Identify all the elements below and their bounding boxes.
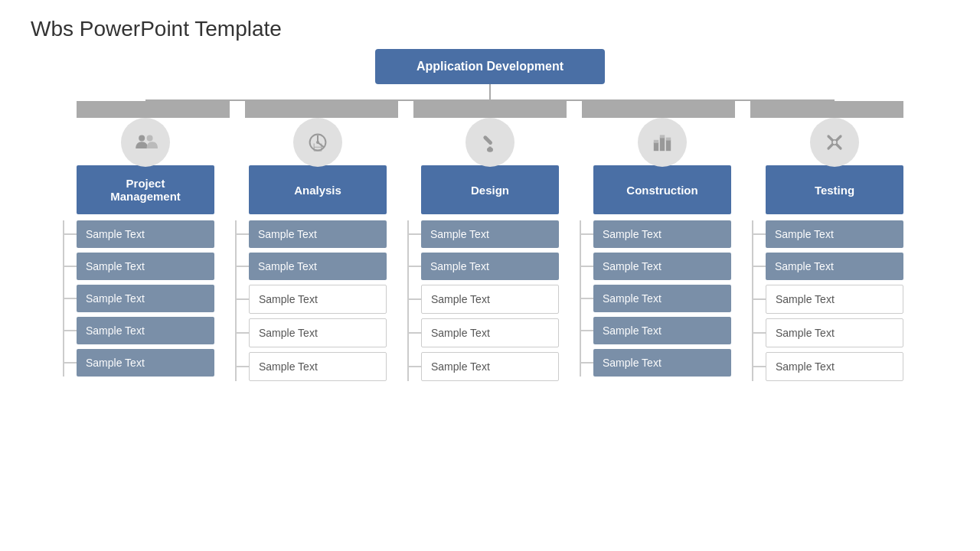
list-item: Sample Text <box>421 253 559 280</box>
root-line-down <box>489 84 491 99</box>
items-list-construction: Sample TextSample TextSample TextSample … <box>593 220 731 377</box>
list-item: Sample Text <box>593 317 731 344</box>
list-item: Sample Text <box>421 285 559 314</box>
list-item: Sample Text <box>766 352 903 381</box>
list-item: Sample Text <box>593 253 731 280</box>
page-title: Wbs PowerPoint Template <box>0 0 980 49</box>
list-item: Sample Text <box>593 285 731 312</box>
list-item: Sample Text <box>77 317 214 344</box>
icon-brush <box>466 118 514 167</box>
col-header-design: Design <box>421 165 559 214</box>
column-project-management: Project ManagementSample TextSample Text… <box>69 118 222 381</box>
column-design: DesignSample TextSample TextSample TextS… <box>413 118 567 381</box>
list-item: Sample Text <box>77 349 214 377</box>
items-list-project-management: Sample TextSample TextSample TextSample … <box>77 220 214 377</box>
column-construction: ConstructionSample TextSample TextSample… <box>586 118 739 381</box>
list-item: Sample Text <box>77 285 214 312</box>
svg-rect-16 <box>654 140 658 143</box>
root-node: Application Development <box>375 49 605 84</box>
list-item: Sample Text <box>249 220 387 248</box>
items-list-design: Sample TextSample TextSample TextSample … <box>421 220 559 381</box>
tick-2 <box>245 101 398 118</box>
column-testing: TestingSample TextSample TextSample Text… <box>758 118 911 381</box>
svg-point-5 <box>316 141 319 144</box>
svg-rect-15 <box>666 140 671 151</box>
icon-building <box>638 118 687 167</box>
svg-rect-10 <box>482 135 493 145</box>
icon-chart <box>293 118 342 167</box>
col-header-project-management: Project Management <box>77 165 214 214</box>
list-item: Sample Text <box>766 253 903 280</box>
svg-rect-12 <box>488 147 491 150</box>
tick-4 <box>582 101 735 118</box>
list-item: Sample Text <box>766 285 903 314</box>
col-header-testing: Testing <box>766 165 903 214</box>
svg-rect-13 <box>654 142 658 151</box>
svg-rect-17 <box>660 135 665 138</box>
tick-3 <box>413 101 567 118</box>
list-item: Sample Text <box>249 253 387 280</box>
list-item: Sample Text <box>421 318 559 347</box>
list-item: Sample Text <box>593 220 731 248</box>
column-analysis: AnalysisSample TextSample TextSample Tex… <box>241 118 394 381</box>
list-item: Sample Text <box>421 352 559 381</box>
list-item: Sample Text <box>77 253 214 280</box>
icon-people <box>121 118 170 167</box>
list-item: Sample Text <box>249 352 387 381</box>
list-item: Sample Text <box>593 349 731 377</box>
list-item: Sample Text <box>766 220 903 248</box>
col-header-analysis: Analysis <box>249 165 387 214</box>
list-item: Sample Text <box>249 285 387 314</box>
icon-tools <box>810 118 859 167</box>
list-item: Sample Text <box>77 220 214 248</box>
svg-point-21 <box>832 140 837 145</box>
svg-point-0 <box>139 135 145 141</box>
col-header-construction: Construction <box>593 165 731 214</box>
tick-1 <box>77 101 230 118</box>
list-item: Sample Text <box>421 220 559 248</box>
list-item: Sample Text <box>766 318 903 347</box>
items-list-testing: Sample TextSample TextSample TextSample … <box>766 220 903 381</box>
tick-5 <box>750 101 903 118</box>
svg-point-1 <box>147 135 153 141</box>
svg-rect-14 <box>660 138 665 152</box>
list-item: Sample Text <box>249 318 387 347</box>
items-list-analysis: Sample TextSample TextSample TextSample … <box>249 220 387 381</box>
svg-rect-18 <box>666 138 671 141</box>
